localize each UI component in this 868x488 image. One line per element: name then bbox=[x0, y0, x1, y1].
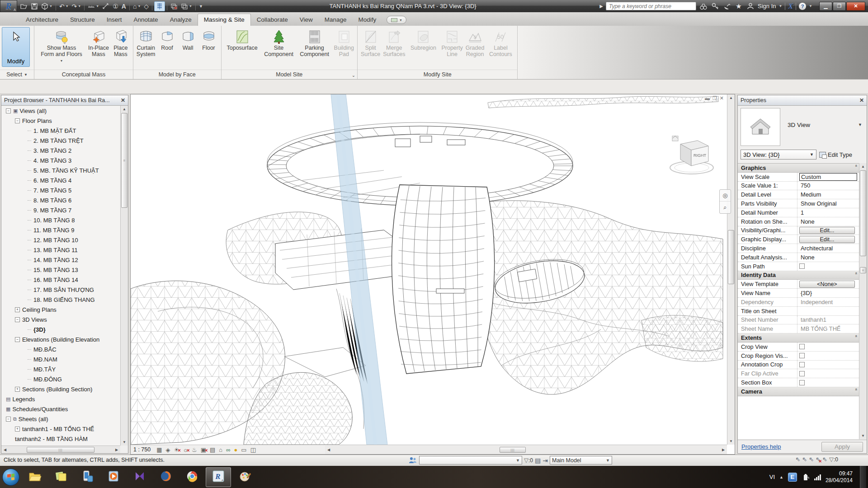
tree-expander-icon[interactable]: − bbox=[15, 118, 20, 123]
close-button[interactable]: ✕ bbox=[846, 2, 865, 11]
canvas-hscrollbar[interactable]: ◀ ||| ▶ bbox=[325, 445, 727, 454]
tree-expander-icon[interactable]: − bbox=[15, 337, 20, 342]
temporary-view-properties-icon[interactable]: ▭ bbox=[241, 447, 246, 453]
taskbar-app-media-player[interactable] bbox=[101, 467, 126, 487]
tree-expander-icon[interactable]: + bbox=[15, 307, 20, 312]
battery-icon[interactable] bbox=[802, 474, 810, 481]
application-menu-button[interactable]: R A bbox=[0, 0, 17, 12]
search-icon[interactable] bbox=[699, 2, 708, 10]
view-restore-icon[interactable]: ❐ bbox=[712, 95, 717, 101]
tree-expander-icon[interactable]: − bbox=[6, 108, 11, 113]
crop-view-off-icon[interactable]: ▣✕ bbox=[201, 447, 206, 453]
reveal-hidden-elements-icon[interactable]: ● bbox=[234, 447, 238, 453]
active-design-option-icon[interactable]: ⇥ bbox=[542, 457, 548, 464]
property-checkbox[interactable] bbox=[799, 353, 805, 358]
tab-analyze[interactable]: Analyze bbox=[164, 14, 198, 26]
tree-item[interactable]: −▣Views (all) bbox=[1, 106, 120, 116]
taskbar-app-firefox[interactable] bbox=[153, 467, 179, 487]
tree-expander-icon[interactable]: + bbox=[15, 427, 20, 432]
tree-item[interactable]: 12. MB TẦNG 10 bbox=[1, 235, 120, 245]
shadows-off-icon[interactable]: ☼✕ bbox=[183, 447, 188, 453]
sign-in-caret-icon[interactable]: ▼ bbox=[778, 4, 782, 8]
tree-item[interactable]: tanthanh2 - MB TẦNG HÀM bbox=[1, 434, 120, 444]
project-browser-header[interactable]: Project Browser - TANTHANH ks Bai Ra... … bbox=[1, 95, 128, 106]
worksets-combo[interactable]: ▼ bbox=[419, 456, 522, 465]
tree-item[interactable]: 14. MB TẦNG 12 bbox=[1, 255, 120, 265]
tree-item[interactable]: 17. MB SÂN THƯỢNG bbox=[1, 285, 120, 295]
tree-item[interactable]: +Ceiling Plans bbox=[1, 305, 120, 314]
type-selector-label[interactable]: 3D View bbox=[788, 122, 810, 128]
tree-item[interactable]: −3D Views bbox=[1, 314, 120, 324]
switchwin-icon[interactable]: ▼ bbox=[179, 1, 193, 11]
select-panel-footer[interactable]: Select▼ bbox=[0, 70, 34, 79]
favorites-star-icon[interactable]: ★ bbox=[734, 2, 743, 10]
type-selector-caret-icon[interactable]: ▼ bbox=[858, 122, 862, 127]
modify-tool-button[interactable]: Modify bbox=[2, 27, 30, 67]
tree-item[interactable]: −⧉Sheets (all) bbox=[1, 414, 120, 424]
panel-footer-modify-site[interactable]: Modify Site bbox=[358, 70, 517, 79]
main-model-combo[interactable]: Main Model ▼ bbox=[550, 456, 612, 465]
property-value[interactable] bbox=[799, 307, 857, 315]
show-rendering-dialog-icon[interactable]: ♨ bbox=[192, 447, 197, 453]
panel-footer-model-by-face[interactable]: Model by Face bbox=[133, 70, 221, 79]
clock[interactable]: 09:47 28/04/2014 bbox=[826, 470, 855, 484]
tab-manage[interactable]: Manage bbox=[319, 14, 353, 26]
tree-item[interactable]: +tanthanh1 - MB TỔNG THỂ bbox=[1, 424, 120, 434]
property-value[interactable]: Medium bbox=[799, 191, 857, 198]
viewcube[interactable]: RIGHT bbox=[667, 131, 717, 179]
thinlines-icon[interactable] bbox=[154, 1, 165, 11]
tree-item[interactable]: ▦Schedules/Quantities bbox=[1, 404, 120, 414]
ribbon-button-toposurface[interactable]: Toposurface bbox=[223, 27, 261, 52]
property-checkbox[interactable] bbox=[799, 371, 805, 376]
dim-icon[interactable] bbox=[101, 1, 111, 11]
properties-close-icon[interactable]: ✕ bbox=[859, 97, 864, 103]
panel-footer-model-site[interactable]: Model Site bbox=[222, 70, 357, 79]
panel-expander-icon[interactable]: ⌄ bbox=[352, 73, 355, 78]
tree-item[interactable]: 2. MB TẦNG TRỆT bbox=[1, 136, 120, 145]
property-button[interactable]: Edit... bbox=[799, 236, 855, 243]
properties-section-camera[interactable]: Camera« bbox=[738, 387, 859, 396]
detail-level-icon[interactable]: ▦ bbox=[156, 447, 162, 453]
hidden-icons-chevron[interactable]: ▲ bbox=[779, 475, 783, 479]
tree-item[interactable]: 15. MB TẦNG 13 bbox=[1, 265, 120, 275]
tree-expander-icon[interactable]: − bbox=[15, 317, 20, 322]
property-checkbox[interactable] bbox=[799, 344, 805, 349]
tree-item[interactable]: {3D} bbox=[1, 324, 120, 334]
tree-item[interactable]: MĐ.ĐÔNG bbox=[1, 374, 120, 384]
tree-item[interactable]: 8. MB TẦNG 6 bbox=[1, 195, 120, 205]
tab-modify[interactable]: Modify bbox=[353, 14, 382, 26]
ribbon-button-curtain-system[interactable]: CurtainSystem bbox=[135, 27, 157, 58]
ribbon-button-site-component[interactable]: SiteComponent bbox=[261, 27, 297, 58]
tree-item[interactable]: +Sections (Building Section) bbox=[1, 384, 120, 394]
select-links-toggle-icon[interactable]: ⇖ bbox=[795, 456, 800, 463]
ribbon-button-wall[interactable]: Wall bbox=[178, 27, 198, 52]
property-value[interactable]: 1 bbox=[799, 209, 857, 216]
property-value[interactable]: {3D} bbox=[799, 289, 857, 297]
help-icon[interactable]: ? bbox=[799, 3, 806, 10]
property-button[interactable]: <None> bbox=[799, 281, 855, 288]
property-value[interactable]: Custom bbox=[799, 173, 857, 181]
properties-header[interactable]: Properties ✕ bbox=[738, 95, 867, 106]
project-browser-hscrollbar[interactable]: ◀ ||| ▶ bbox=[1, 446, 120, 453]
communication-center-icon[interactable] bbox=[722, 2, 731, 10]
property-value[interactable]: tanthanh1 bbox=[799, 316, 857, 324]
home3d-icon[interactable]: ⌂▼ bbox=[132, 1, 142, 11]
closehidden-icon[interactable] bbox=[169, 1, 179, 11]
property-checkbox[interactable] bbox=[799, 380, 805, 385]
apply-button[interactable]: Apply bbox=[821, 442, 863, 452]
sun-path-off-icon[interactable]: ☀✕ bbox=[174, 447, 179, 453]
unlocked-3d-view-icon[interactable]: ⌂ bbox=[219, 447, 222, 453]
property-button[interactable]: Edit... bbox=[799, 227, 855, 234]
property-value[interactable]: None bbox=[799, 253, 857, 261]
show-desktop-button[interactable] bbox=[860, 466, 866, 488]
sign-in-button[interactable]: Sign In bbox=[758, 3, 776, 9]
tree-item[interactable]: 1. MB MẶT ĐẤT bbox=[1, 126, 120, 136]
tree-expander-icon[interactable]: − bbox=[6, 417, 11, 422]
tree-item[interactable]: 6. MB TẦNG 4 bbox=[1, 175, 120, 185]
view-scale-button[interactable]: 1 : 750 bbox=[133, 446, 151, 453]
tree-item[interactable]: 4. MB TẦNG 3 bbox=[1, 155, 120, 165]
tag-icon[interactable]: ① bbox=[111, 1, 120, 11]
view-close-icon[interactable]: ✕ bbox=[720, 95, 724, 101]
subscription-key-icon[interactable] bbox=[711, 2, 720, 10]
infocenter-collapse-icon[interactable]: ▶ bbox=[599, 4, 603, 9]
